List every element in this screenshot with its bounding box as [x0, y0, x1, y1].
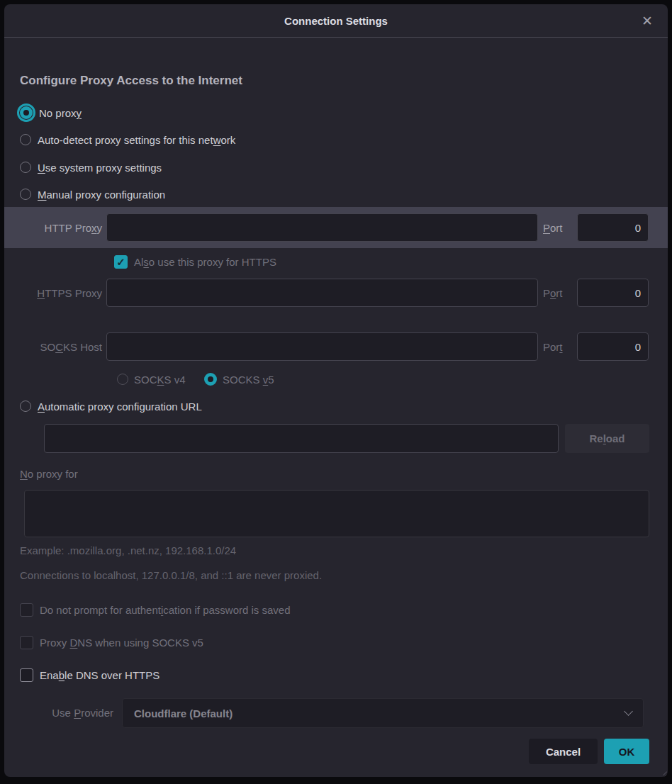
radio-no-proxy[interactable]: No proxy: [20, 103, 82, 122]
http-proxy-input[interactable]: [106, 213, 538, 242]
checkbox-icon: [20, 668, 33, 682]
dialog-titlebar: Connection Settings ✕: [4, 4, 668, 38]
no-proxy-for-label: No proxy for: [20, 468, 78, 480]
doh-provider-value: Cloudflare (Default): [134, 707, 233, 719]
no-proxy-for-textarea[interactable]: [24, 490, 649, 537]
radio-selected-icon: [20, 106, 33, 119]
https-proxy-label: HTTPS Proxy: [4, 287, 102, 299]
cancel-button[interactable]: Cancel: [529, 739, 598, 764]
resize-grip[interactable]: [659, 768, 667, 776]
enable-doh-checkbox-row[interactable]: Enable DNS over HTTPS: [20, 668, 159, 682]
doh-provider-dropdown[interactable]: Cloudflare (Default): [122, 698, 644, 728]
also-use-https-label: Also use this proxy for HTTPS: [134, 256, 276, 268]
https-proxy-row: HTTPS Proxy Port: [4, 279, 668, 307]
radio-socks-v5[interactable]: SOCKS v5: [204, 370, 274, 388]
socks-v5-label: SOCKS v5: [223, 374, 274, 386]
reload-button[interactable]: Reload: [565, 424, 649, 453]
checkbox-icon: [20, 636, 33, 649]
http-port-input[interactable]: [577, 213, 649, 242]
ok-button[interactable]: OK: [604, 739, 649, 764]
autoconfig-row: Reload: [44, 424, 668, 453]
radio-icon: [20, 189, 31, 200]
http-proxy-row: HTTP Proxy Port: [4, 207, 668, 248]
enable-doh-label: Enable DNS over HTTPS: [40, 669, 159, 681]
radio-auto-detect[interactable]: Auto-detect proxy settings for this netw…: [20, 130, 235, 149]
also-use-https-checkbox-row[interactable]: ✓ Also use this proxy for HTTPS: [114, 255, 276, 269]
socks-host-row: SOCKS Host Port: [4, 332, 668, 361]
radio-socks-v4[interactable]: SOCKS v4: [117, 370, 186, 388]
radio-icon: [117, 374, 128, 385]
radio-system-proxy-label: Use system proxy settings: [38, 162, 162, 174]
reload-button-label: Reload: [589, 432, 625, 444]
ok-button-label: OK: [619, 746, 635, 758]
radio-no-proxy-label: No proxy: [39, 107, 82, 119]
dialog-title: Connection Settings: [284, 15, 388, 27]
https-port-label: Port: [543, 287, 572, 299]
socks-v4-label: SOCKS v4: [134, 374, 186, 386]
proxy-dns-label: Proxy DNS when using SOCKS v5: [40, 637, 203, 649]
connection-settings-dialog: Connection Settings ✕ Configure Proxy Ac…: [4, 4, 668, 777]
checkbox-icon: [20, 603, 33, 617]
use-provider-label: Use Provider: [20, 707, 113, 719]
autoconfig-url-label: Automatic proxy configuration URL: [38, 401, 202, 413]
radio-icon: [20, 162, 31, 173]
no-prompt-auth-label: Do not prompt for authentication if pass…: [40, 604, 291, 616]
radio-manual-proxy-label: Manual proxy configuration: [38, 189, 165, 201]
http-proxy-label: HTTP Proxy: [4, 222, 102, 234]
autoconfig-url-input[interactable]: [44, 424, 559, 453]
no-proxy-example-text: Example: .mozilla.org, .net.nz, 192.168.…: [20, 544, 236, 556]
socks-host-input[interactable]: [106, 332, 538, 361]
close-icon[interactable]: ✕: [637, 10, 658, 31]
radio-icon: [20, 401, 31, 412]
radio-autoconfig-url[interactable]: Automatic proxy configuration URL: [20, 397, 202, 415]
radio-system-proxy[interactable]: Use system proxy settings: [20, 158, 162, 177]
socks-host-label: SOCKS Host: [4, 341, 102, 353]
chevron-down-icon: [624, 707, 633, 716]
proxy-dns-checkbox-row[interactable]: Proxy DNS when using SOCKS v5: [20, 636, 203, 649]
socks-port-input[interactable]: [577, 332, 649, 361]
radio-manual-proxy[interactable]: Manual proxy configuration: [20, 185, 165, 203]
page-title: Configure Proxy Access to the Internet: [20, 74, 242, 88]
socks-port-label: Port: [543, 341, 572, 353]
https-port-input[interactable]: [577, 279, 649, 307]
http-port-label: Port: [543, 222, 572, 234]
never-proxied-note: Connections to localhost, 127.0.0.1/8, a…: [20, 569, 322, 581]
radio-auto-detect-label: Auto-detect proxy settings for this netw…: [38, 134, 235, 146]
no-prompt-auth-checkbox-row[interactable]: Do not prompt for authentication if pass…: [20, 603, 291, 617]
https-proxy-input[interactable]: [106, 279, 538, 307]
radio-icon: [20, 134, 31, 145]
cancel-button-label: Cancel: [546, 746, 581, 758]
checkbox-checked-icon: ✓: [114, 255, 128, 269]
radio-selected-icon: [204, 373, 217, 386]
